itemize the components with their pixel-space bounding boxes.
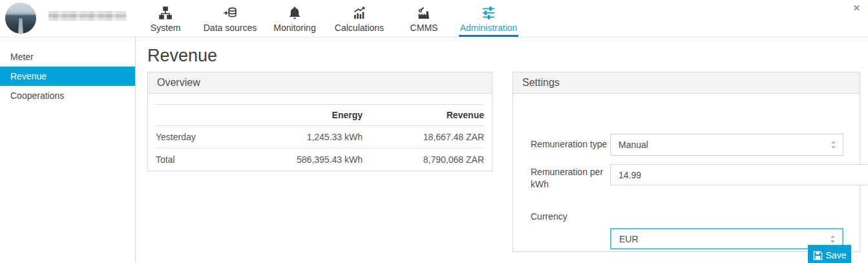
energy-value: 586,395.43 kWh (254, 149, 363, 171)
nav-label: Monitoring (273, 23, 315, 33)
col-revenue: Revenue (363, 105, 484, 126)
nav-label: Calculations (335, 23, 384, 33)
active-tab-underline (459, 35, 518, 37)
workspace-avatar (5, 3, 36, 34)
close-icon[interactable]: ✕ (853, 4, 860, 12)
remuneration-per-kwh-label: Remuneration per kWh (531, 166, 609, 191)
remuneration-type-value: Manual (619, 140, 648, 150)
overview-panel: Overview Energy Revenue Yesterday 1,245.… (147, 72, 492, 171)
nav-item-cmms[interactable]: CMMS (392, 0, 456, 37)
settings-form: Remuneration type Manual Remuneration pe… (513, 94, 860, 252)
energy-value: 1,245.33 kWh (254, 126, 363, 149)
currency-label: Currency (531, 211, 609, 223)
sidebar-item-cooperations[interactable]: Cooperations (0, 86, 135, 105)
remuneration-type-select[interactable]: Manual (610, 134, 843, 156)
sitemap-icon (158, 5, 173, 21)
overview-table: Energy Revenue Yesterday 1,245.33 kWh 18… (156, 104, 484, 171)
sidebar: Meter Revenue Cooperations (0, 37, 136, 263)
main-nav: System Data sources (133, 0, 521, 37)
remuneration-per-kwh-input[interactable] (610, 164, 868, 185)
factory-wrench-icon (416, 5, 432, 21)
floppy-disk-icon (813, 251, 823, 260)
settings-panel: Settings Remuneration type Manual Remune… (513, 72, 860, 252)
bell-icon (287, 5, 302, 21)
select-caret-icon (831, 140, 836, 149)
nav-label: CMMS (410, 23, 438, 33)
nav-label: Administration (460, 23, 518, 33)
sliders-icon (481, 5, 496, 21)
sidebar-item-meter[interactable]: Meter (0, 47, 135, 67)
nav-item-data-sources[interactable]: Data sources (198, 0, 262, 37)
row-label: Yesterday (156, 126, 254, 149)
workspace-name-redacted (48, 11, 126, 21)
table-header-row: Energy Revenue (156, 105, 484, 126)
page-title: Revenue (147, 46, 217, 66)
overview-table-wrap: Energy Revenue Yesterday 1,245.33 kWh 18… (148, 94, 492, 171)
nav-item-monitoring[interactable]: Monitoring (262, 0, 327, 37)
revenue-value: 18,667.48 ZAR (363, 126, 484, 149)
database-arrow-icon (222, 5, 238, 21)
select-caret-icon (830, 235, 836, 244)
row-label: Total (156, 149, 254, 171)
save-button[interactable]: Save (808, 245, 851, 263)
nav-item-administration[interactable]: Administration (456, 0, 521, 37)
col-blank (156, 105, 254, 126)
app-window: System Data sources (0, 0, 868, 263)
chart-growth-icon (352, 5, 367, 21)
revenue-value: 8,790,068 ZAR (363, 149, 484, 171)
col-energy: Energy (254, 105, 363, 126)
top-bar: System Data sources (0, 0, 868, 37)
nav-label: System (151, 23, 181, 33)
currency-value: EUR (619, 234, 639, 244)
table-row-yesterday: Yesterday 1,245.33 kWh 18,667.48 ZAR (156, 126, 484, 149)
settings-panel-title: Settings (513, 72, 860, 94)
overview-panel-title: Overview (148, 72, 492, 94)
save-button-label: Save (826, 250, 847, 260)
sidebar-item-revenue[interactable]: Revenue (0, 67, 135, 86)
table-row-total: Total 586,395.43 kWh 8,790,068 ZAR (156, 149, 484, 171)
nav-item-system[interactable]: System (133, 0, 198, 37)
remuneration-type-label: Remuneration type (531, 138, 609, 151)
nav-label: Data sources (204, 23, 257, 33)
nav-item-calculations[interactable]: Calculations (327, 0, 392, 37)
